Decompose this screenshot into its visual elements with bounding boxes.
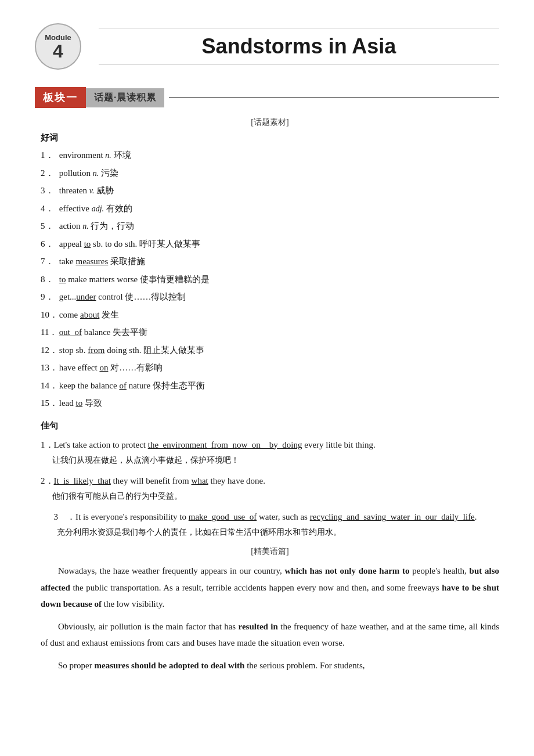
list-item: 8． to make matters worse 使事情更糟糕的是 xyxy=(41,272,499,287)
banner-line xyxy=(169,97,499,98)
module-badge: Module 4 xyxy=(35,23,81,70)
bold-text: have to be shut down because of xyxy=(41,583,499,609)
list-item: 14． keep the balance of nature 保持生态平衡 xyxy=(41,379,499,394)
list-item: 10． come about 发生 xyxy=(41,308,499,323)
good-sentences-title: 佳句 xyxy=(41,420,499,431)
essay-para-3: So proper measures should be adopted to … xyxy=(41,657,499,674)
sentence-cn-2: 他们很有可能从自己的行为中受益。 xyxy=(41,489,499,503)
main-title: Sandstorms in Asia xyxy=(99,34,499,65)
sentence-item-2: 2．It_is_likely_that they will benefit fr… xyxy=(41,473,499,503)
title-area: Sandstorms in Asia xyxy=(99,28,499,65)
list-item: 11． out_of balance 失去平衡 xyxy=(41,325,499,340)
good-words-title: 好词 xyxy=(41,132,499,143)
sentence-item-1: 1．Let's take action to protect the_envir… xyxy=(41,437,499,467)
module-number: 4 xyxy=(53,42,63,60)
list-item: 12． stop sb. from doing sth. 阻止某人做某事 xyxy=(41,343,499,358)
sentence-section: 1．Let's take action to protect the_envir… xyxy=(41,437,499,540)
banner-label1: 板块一 xyxy=(35,87,86,108)
bold-text: which has not only done harm to xyxy=(285,566,410,575)
list-item: 13． have effect on 对……有影响 xyxy=(41,361,499,376)
sentence-item-3: 3 ．It is everyone's responsibility to ma… xyxy=(41,509,499,539)
essay-tag: [精美语篇] xyxy=(41,546,499,557)
sentence-cn-3: 充分利用水资源是我们每个人的责任，比如在日常生活中循环用水和节约用水。 xyxy=(41,525,499,539)
vocab-list: 1． environment n. 环境 2． pollution n. 污染 … xyxy=(41,148,499,411)
sentence-en-1: 1．Let's take action to protect the_envir… xyxy=(41,440,376,449)
list-item: 6． appeal to sb. to do sth. 呼吁某人做某事 xyxy=(41,237,499,252)
section-banner: 板块一 话题·晨读积累 xyxy=(35,87,499,108)
essay-para-1: Nowadays, the haze weather frequently ap… xyxy=(41,563,499,613)
list-item: 15． lead to 导致 xyxy=(41,396,499,411)
essay-para-2: Obviously, air pollution is the main fac… xyxy=(41,618,499,651)
header-area: Module 4 Sandstorms in Asia xyxy=(35,23,499,70)
content-area: [话题素材] 好词 1． environment n. 环境 2． pollut… xyxy=(35,117,499,674)
sentence-en-2: 2．It_is_likely_that they will benefit fr… xyxy=(41,476,265,485)
list-item: 2． pollution n. 污染 xyxy=(41,166,499,181)
topic-tag: [话题素材] xyxy=(41,117,499,128)
sentence-cn-1: 让我们从现在做起，从点滴小事做起，保护环境吧！ xyxy=(41,453,499,467)
list-item: 9． get...under control 使……得以控制 xyxy=(41,290,499,305)
bold-text: measures should be adopted to deal with xyxy=(95,661,245,670)
list-item: 1． environment n. 环境 xyxy=(41,148,499,163)
sentence-en-3: 3 ．It is everyone's responsibility to ma… xyxy=(41,509,499,525)
banner-label2: 话题·晨读积累 xyxy=(86,88,164,107)
bold-text: but also affected xyxy=(41,566,499,592)
bold-text: resulted in xyxy=(239,622,278,631)
list-item: 7． take measures 采取措施 xyxy=(41,254,499,269)
list-item: 3． threaten v. 威胁 xyxy=(41,183,499,199)
list-item: 4． effective adj. 有效的 xyxy=(41,201,499,217)
list-item: 5． action n. 行为，行动 xyxy=(41,219,499,234)
